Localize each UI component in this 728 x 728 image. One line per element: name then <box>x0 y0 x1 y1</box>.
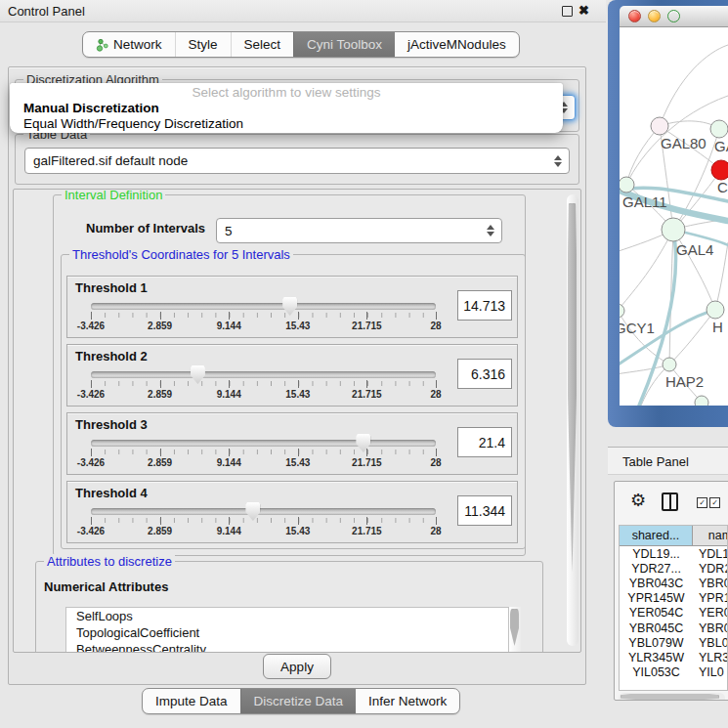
apply-button[interactable]: Apply <box>263 654 331 679</box>
tab-discretize-data[interactable]: Discretize Data <box>240 689 357 713</box>
dropdown-option-manual[interactable]: Manual Discretization <box>23 101 159 115</box>
split-columns-icon[interactable] <box>662 492 678 511</box>
scrollbar-thumb[interactable] <box>568 203 577 573</box>
threshold-panel-3: Threshold 3-3.4262.8599.14415.4321.71528… <box>66 412 518 475</box>
table-horizontal-scrollbar[interactable] <box>619 693 725 701</box>
threshold-label: Threshold 3 <box>75 417 148 432</box>
slider-track[interactable] <box>91 303 436 310</box>
numerical-attributes-list[interactable]: SelfLoopsTopologicalCoefficientBetweenne… <box>65 607 509 653</box>
network-node-ga[interactable] <box>710 120 728 138</box>
slider-tick-label: 2.859 <box>148 457 172 468</box>
cyni-toolbox-panel: Discretization Algorithm Table Data galF… <box>8 66 586 685</box>
minimize-traffic-light[interactable] <box>648 10 661 22</box>
tab-cyni-toolbox[interactable]: Cyni Toolbox <box>293 32 395 57</box>
network-node-gcy1[interactable] <box>620 304 624 318</box>
tab-jactivemnodules[interactable]: jActiveMNodules <box>395 32 519 57</box>
table-row[interactable]: YIL053CYIL0 <box>620 665 727 680</box>
control-panel-titlebar: Control Panel ✖ <box>0 0 606 22</box>
network-node-label: HAP2 <box>665 373 704 390</box>
network-node-label: GAL4 <box>676 241 713 258</box>
attributes-list-scrollbar[interactable] <box>509 607 521 652</box>
network-node-c[interactable] <box>711 160 728 180</box>
slider-track[interactable] <box>91 508 436 515</box>
table-row[interactable]: YER054CYER0 <box>620 606 727 621</box>
slider-tick-label: 21.715 <box>352 389 382 400</box>
slider-major-tick <box>298 380 299 388</box>
network-canvas[interactable]: GAL80GACGAL11GAL4GCY1HHAP2 <box>620 27 728 406</box>
cell-shared-name: YLR345W <box>620 650 693 664</box>
slider-major-tick <box>229 380 230 388</box>
network-icon <box>96 38 108 52</box>
network-node-gal80[interactable] <box>651 117 668 135</box>
network-node-gal11[interactable] <box>620 177 634 193</box>
table-row[interactable]: YBR045CYBR0 <box>620 621 727 635</box>
slider-major-tick <box>160 517 161 525</box>
table-panel-title: Table Panel <box>622 454 689 469</box>
control-panel: Control Panel ✖ Network Style Select Cyn… <box>0 0 606 728</box>
threshold-value-field[interactable]: 21.4 <box>457 427 512 457</box>
threshold-value-field[interactable]: 11.344 <box>457 495 512 526</box>
network-node-h[interactable] <box>707 301 724 319</box>
table-data-value: galFiltered.sif default node <box>33 153 188 168</box>
tab-infer-network[interactable]: Infer Network <box>356 689 459 713</box>
tab-impute-data[interactable]: Impute Data <box>143 689 240 713</box>
cell-name: YER0 <box>693 606 728 621</box>
tab-style[interactable]: Style <box>175 32 231 57</box>
zoom-traffic-light[interactable] <box>667 10 680 22</box>
column-header-name[interactable]: name <box>693 526 728 546</box>
slider-major-tick <box>91 380 92 388</box>
tab-select[interactable]: Select <box>231 32 294 57</box>
threshold-value-field[interactable]: 14.713 <box>457 290 512 321</box>
tab-network-label: Network <box>113 37 162 52</box>
num-intervals-label: Number of Intervals <box>86 221 205 236</box>
slider-tick-label: 21.715 <box>352 526 382 536</box>
network-window-titlebar[interactable] <box>620 6 728 27</box>
table-data-combobox[interactable]: galFiltered.sif default node <box>24 148 570 174</box>
scrollbar-thumb[interactable] <box>621 694 719 701</box>
table-row[interactable]: YPR145WYPR1 <box>620 591 727 606</box>
select-all-columns-icon[interactable]: ✓ <box>709 497 720 508</box>
control-panel-tabs: Network Style Select Cyni Toolbox jActiv… <box>82 31 520 58</box>
cell-name: YBL0 <box>693 635 728 650</box>
scrollbar-thumb[interactable] <box>510 609 519 646</box>
settings-gear-icon[interactable]: ⚙ <box>630 490 646 511</box>
cell-name: YLR3 <box>693 650 728 664</box>
tab-network[interactable]: Network <box>83 32 175 57</box>
threshold-value-field[interactable]: 6.316 <box>457 359 512 389</box>
attribute-list-item[interactable]: BetweennessCentrality <box>66 641 508 653</box>
slider-tick-label: -3.426 <box>77 526 105 536</box>
close-traffic-light[interactable] <box>628 10 641 22</box>
table-row[interactable]: YDR27...YDR2 <box>620 561 727 576</box>
cell-shared-name: YDL19... <box>620 546 693 561</box>
slider-major-tick <box>436 380 437 388</box>
threshold-panel-4: Threshold 4-3.4262.8599.14415.4321.71528… <box>66 481 518 543</box>
network-node-gal4[interactable] <box>662 218 685 241</box>
slider-track[interactable] <box>91 371 436 378</box>
attribute-list-item[interactable]: TopologicalCoefficient <box>66 624 508 641</box>
attribute-list-item[interactable]: SelfLoops <box>66 608 508 624</box>
cell-shared-name: YER054C <box>620 606 693 621</box>
slider-track[interactable] <box>91 440 436 447</box>
table-row[interactable]: YBR043CYBR0 <box>620 576 727 590</box>
table-row[interactable]: YBL079WYBL0 <box>620 635 727 650</box>
slider-major-tick <box>91 449 92 456</box>
slider-major-tick <box>366 380 367 388</box>
content-vertical-scrollbar[interactable] <box>567 194 578 646</box>
slider-major-tick <box>91 312 92 320</box>
slider-major-tick <box>366 312 367 320</box>
select-columns-icon[interactable]: ✓ <box>697 497 707 508</box>
column-header-shared-name[interactable]: shared... <box>620 526 693 546</box>
network-node[interactable] <box>695 396 708 406</box>
close-icon[interactable]: ✖ <box>578 3 589 18</box>
cell-shared-name: YPR145W <box>620 591 693 606</box>
network-graph: GAL80GACGAL11GAL4GCY1HHAP2 <box>620 27 728 406</box>
dropdown-option-equal-width[interactable]: Equal Width/Frequency Discretization <box>23 116 243 131</box>
slider-tick-label: 2.859 <box>148 321 172 331</box>
float-window-icon[interactable] <box>562 6 573 17</box>
node-table[interactable]: shared... name YDL19...YDL1YDR27...YDR2Y… <box>619 525 728 691</box>
network-node-hap2[interactable] <box>663 358 676 371</box>
table-row[interactable]: YDL19...YDL1 <box>620 546 727 561</box>
table-toolbar: ⚙ ✓ ✓ <box>615 482 728 521</box>
table-row[interactable]: YLR345WYLR3 <box>620 650 727 664</box>
num-intervals-combobox[interactable]: 5 <box>216 218 502 243</box>
